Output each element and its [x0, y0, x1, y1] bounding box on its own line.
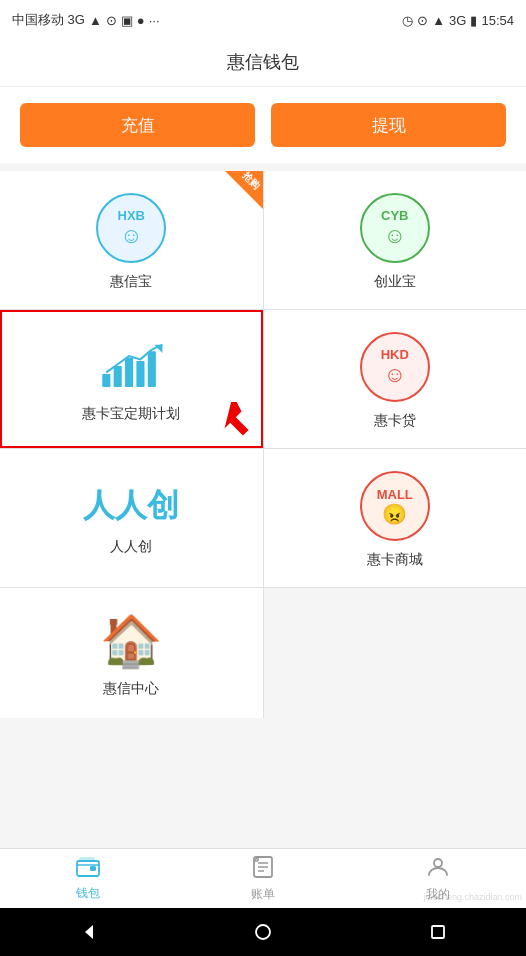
recent-button[interactable]	[424, 918, 452, 946]
hot-tag-wrapper: 抢购	[225, 171, 263, 209]
status-bar: 中国移动 3G ▲ ⊙ ▣ ● ··· ◷ ⊙ ▲ 3G ▮ 15:54	[0, 0, 526, 40]
trend-chart-icon	[99, 340, 164, 395]
top-buttons-container: 充值 提现	[0, 87, 526, 163]
photo-icon: ▣	[121, 13, 133, 28]
hxb-label: 惠信宝	[110, 273, 152, 291]
svg-point-19	[256, 925, 270, 939]
grid-item-cyb[interactable]: CYB ☺ 创业宝	[264, 171, 527, 309]
page-title: 惠信钱包	[227, 52, 299, 72]
hkd-logo: HKD ☺	[360, 332, 430, 402]
mall-logo: MALL 😠	[360, 471, 430, 541]
hkd-label: 惠卡贷	[374, 412, 416, 430]
svg-marker-7	[215, 402, 251, 438]
red-arrow-pointer	[215, 402, 251, 438]
grid-item-hksc[interactable]: MALL 😠 惠卡商城	[264, 449, 527, 587]
nav-item-wallet[interactable]: 钱包	[0, 849, 175, 908]
hxb-face: ☺	[120, 223, 142, 249]
svg-rect-0	[102, 374, 110, 387]
grid-item-rrch[interactable]: 人人创 人人创	[0, 449, 263, 587]
signal-bars: 3G	[449, 13, 466, 28]
svg-point-17	[434, 859, 442, 867]
grid-item-hkbdqjh[interactable]: 惠卡宝定期计划	[0, 310, 263, 448]
recharge-button[interactable]: 充值	[20, 103, 255, 147]
watermark: jiaocheng.chazidian.com	[419, 890, 526, 904]
back-button[interactable]	[74, 918, 102, 946]
grid-item-hxzx[interactable]: 🏠 惠信中心	[0, 588, 263, 718]
cyb-label: 创业宝	[374, 273, 416, 291]
product-grid: 抢购 HXB ☺ 惠信宝 CYB ☺ 创业宝	[0, 171, 526, 718]
android-nav-bar	[0, 908, 526, 956]
svg-rect-3	[136, 361, 144, 387]
notification-dot: ●	[137, 13, 145, 28]
svg-rect-9	[90, 866, 96, 871]
wifi-icon: ▲	[432, 13, 445, 28]
rrch-label: 人人创	[110, 538, 152, 556]
renren-logo-text: 人人创	[83, 484, 179, 528]
status-left: 中国移动 3G ▲ ⊙ ▣ ● ···	[12, 11, 160, 29]
person-icon	[426, 855, 450, 883]
nav-bill-label: 账单	[251, 886, 275, 903]
alarm-icon: ◷	[402, 13, 413, 28]
status-right: ◷ ⊙ ▲ 3G ▮ 15:54	[402, 13, 514, 28]
more-icon: ···	[149, 13, 160, 28]
withdraw-button[interactable]: 提现	[271, 103, 506, 147]
hkbdqjh-label: 惠卡宝定期计划	[82, 405, 180, 423]
grid-item-hkd[interactable]: HKD ☺ 惠卡贷	[264, 310, 527, 448]
grid-item-hxb[interactable]: 抢购 HXB ☺ 惠信宝	[0, 171, 263, 309]
svg-rect-1	[113, 365, 121, 386]
cyb-face: ☺	[384, 223, 406, 249]
page-header: 惠信钱包	[0, 40, 526, 87]
bill-icon	[252, 855, 274, 883]
cyb-logo: CYB ☺	[360, 193, 430, 263]
wallet-icon	[76, 856, 100, 882]
hxb-logo: HXB ☺	[96, 193, 166, 263]
nav-wallet-label: 钱包	[76, 885, 100, 902]
grid-empty	[264, 588, 527, 718]
house-icon: 🏠	[100, 612, 162, 670]
hkd-face: ☺	[384, 362, 406, 388]
svg-rect-20	[432, 926, 444, 938]
signal-icon: ▲	[89, 13, 102, 28]
svg-marker-18	[85, 925, 93, 939]
clock-icon: ⊙	[417, 13, 428, 28]
nav-item-bill[interactable]: 账单	[175, 849, 350, 908]
battery-icon: ▮	[470, 13, 477, 28]
svg-rect-2	[125, 357, 133, 386]
hksc-label: 惠卡商城	[367, 551, 423, 569]
home-button[interactable]	[249, 918, 277, 946]
carrier-text: 中国移动 3G	[12, 11, 85, 29]
mall-face: 😠	[382, 502, 407, 526]
svg-rect-4	[148, 351, 156, 387]
time-display: 15:54	[481, 13, 514, 28]
camera-icon: ⊙	[106, 13, 117, 28]
hxzx-label: 惠信中心	[103, 680, 159, 698]
